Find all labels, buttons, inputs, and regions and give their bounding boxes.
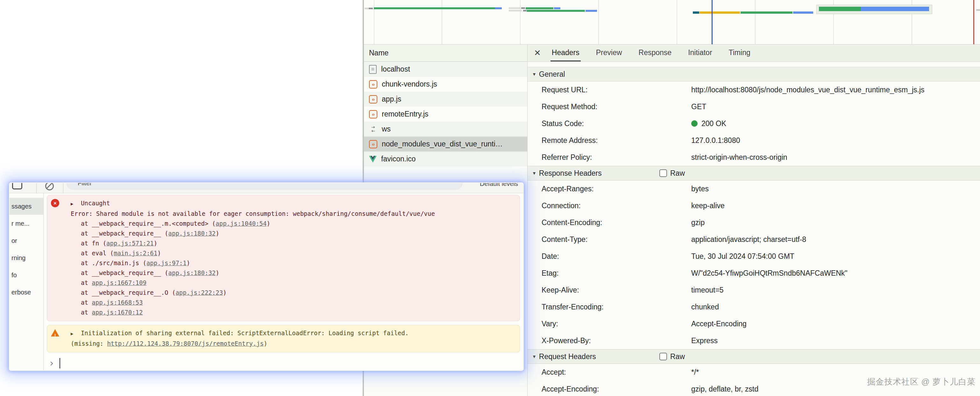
tab-response[interactable]: Response: [637, 45, 673, 62]
waterfall-bar: [526, 7, 554, 9]
table-row[interactable]: app.js: [364, 92, 527, 107]
stack-text: at __webpack_require__ (: [81, 230, 169, 237]
waterfall-bar: [521, 7, 525, 9]
script-icon: [369, 110, 377, 118]
table-row[interactable]: ws: [364, 122, 527, 137]
waterfall-bar: [509, 7, 520, 9]
stack-frame: at __webpack_require__ (app.js:180:32): [47, 268, 514, 278]
header-row: Vary:Accept-Encoding: [528, 315, 980, 332]
header-name: Status Code:: [542, 119, 691, 128]
console-sidebar-item[interactable]: fo: [10, 266, 43, 284]
console-messages: ▶ Uncaught Error: Shared module is not a…: [44, 193, 523, 370]
detail-tabs: HeadersPreviewResponseInitiatorTiming: [550, 45, 766, 62]
missing-script-link[interactable]: http://112.124.38.79:8070/js/remoteEntry…: [107, 340, 264, 347]
log-levels-dropdown[interactable]: Default levels: [480, 183, 518, 188]
tab-timing[interactable]: Timing: [727, 45, 752, 62]
headers-detail: ▼GeneralRequest URL:http://localhost:808…: [528, 62, 980, 396]
console-sidebar-item[interactable]: r me...: [10, 215, 43, 232]
section-title: Request Headers: [539, 352, 596, 361]
error-message-text: Error: Shared module is not available fo…: [47, 209, 514, 219]
close-icon[interactable]: ✕: [534, 48, 541, 58]
detail-tabbar: ✕ HeadersPreviewResponseInitiatorTiming: [528, 45, 980, 62]
stack-text: at __webpack_require__ (: [81, 269, 169, 276]
tab-preview[interactable]: Preview: [595, 45, 624, 62]
name-column-header[interactable]: Name: [364, 45, 527, 62]
source-link[interactable]: app.js:1668:53: [92, 299, 143, 306]
console-toolbar: Filter Default levels: [10, 183, 523, 193]
console-sidebar-item[interactable]: erbose: [10, 284, 43, 301]
header-name: Request URL:: [542, 86, 691, 94]
header-name: Content-Encoding:: [542, 218, 691, 227]
stack-frame: at __webpack_require__.m.<computed> (app…: [47, 219, 514, 229]
console-sidebar-item[interactable]: ssages: [10, 198, 43, 215]
stack-frame: at app.js:1670:12: [47, 307, 514, 317]
console-error-message: ▶ Uncaught Error: Shared module is not a…: [47, 195, 520, 321]
header-row: Request URL:http://localhost:8080/js/nod…: [528, 81, 980, 99]
stack-text: ): [216, 230, 219, 237]
console-prompt[interactable]: ›: [49, 357, 523, 370]
tab-initiator[interactable]: Initiator: [687, 45, 713, 62]
stack-text: at __webpack_require__.m.<computed> (: [81, 220, 216, 227]
waterfall-bar: [369, 8, 373, 9]
table-row[interactable]: node_modules_vue_dist_vue_runti…: [364, 137, 527, 151]
stack-text: ): [223, 289, 226, 296]
console-sidebar-item[interactable]: rning: [10, 249, 43, 266]
header-row: Transfer-Encoding:chunked: [528, 299, 980, 315]
error-stack: at __webpack_require__.m.<computed> (app…: [47, 219, 514, 317]
warning-icon: [51, 329, 59, 337]
source-link[interactable]: app.js:180:32: [169, 269, 216, 276]
section-title: General: [539, 70, 565, 79]
table-row[interactable]: localhost: [364, 62, 527, 77]
console-sidebar: ssagesr me...orrningfoerbose: [10, 193, 44, 370]
header-value: bytes: [691, 184, 974, 193]
source-link[interactable]: app.js:1667:109: [92, 279, 146, 286]
waterfall-bar: [793, 11, 813, 14]
section-header-general[interactable]: ▼General: [528, 67, 980, 81]
raw-checkbox[interactable]: [659, 353, 667, 360]
stack-frame: at app.js:1667:109: [47, 278, 514, 288]
clear-console-icon[interactable]: [45, 183, 54, 190]
expand-caret-icon[interactable]: ▶: [71, 201, 73, 206]
header-value: http://localhost:8080/js/node_modules_vu…: [691, 86, 974, 94]
source-link[interactable]: app.js:1670:12: [92, 309, 143, 316]
stack-frame: at eval (main.js:2:61): [47, 248, 514, 258]
request-rows: localhostchunk-vendors.jsapp.jsremoteEnt…: [364, 62, 527, 167]
table-row[interactable]: chunk-vendors.js: [364, 77, 527, 92]
header-row: Connection:keep-alive: [528, 197, 980, 214]
waterfall-bar: [554, 7, 560, 9]
document-icon: [369, 65, 377, 74]
script-icon: [369, 95, 377, 103]
waterfall-bar: [741, 11, 792, 14]
section-title: Response Headers: [539, 169, 602, 178]
section-header-response-headers[interactable]: ▼Response HeadersRaw: [528, 166, 980, 180]
waterfall-bar: [700, 11, 740, 14]
header-row: Referrer Policy:strict-origin-when-cross…: [528, 149, 980, 166]
tab-headers[interactable]: Headers: [550, 45, 581, 62]
header-name: Accept-Ranges:: [542, 184, 691, 193]
source-link[interactable]: app.js:222:23: [175, 289, 223, 296]
waterfall-bar: [364, 8, 368, 9]
header-name: Connection:: [542, 202, 691, 210]
header-name: Request Method:: [542, 102, 691, 111]
table-row[interactable]: favicon.ico: [364, 151, 527, 167]
stack-frame: at __webpack_require__.O (app.js:222:23): [47, 288, 514, 297]
header-row: Content-Type:application/javascript; cha…: [528, 231, 980, 248]
error-icon: [51, 199, 59, 207]
console-filter-input[interactable]: Filter: [66, 183, 463, 190]
raw-toggle: Raw: [659, 169, 685, 178]
caret-down-icon: ▼: [532, 354, 536, 359]
source-link[interactable]: app.js:571:21: [107, 240, 154, 247]
section-header-request-headers[interactable]: ▼Request HeadersRaw: [528, 349, 980, 364]
header-row: Etag:W/"d2c54-YfiwpGoiHQtRmSndb6NAFCaWEN…: [528, 265, 980, 282]
source-link[interactable]: app.js:1040:54: [216, 220, 266, 227]
source-link[interactable]: main.js:2:61: [114, 250, 157, 256]
header-name: Accept:: [542, 368, 691, 377]
raw-checkbox[interactable]: [659, 169, 667, 177]
source-link[interactable]: app.js:97:1: [146, 259, 186, 266]
source-link[interactable]: app.js:180:32: [169, 230, 216, 237]
expand-caret-icon[interactable]: ▶: [71, 331, 73, 336]
table-row[interactable]: remoteEntry.js: [364, 107, 527, 122]
console-sidebar-item[interactable]: or: [10, 232, 43, 249]
header-name: Keep-Alive:: [542, 286, 691, 294]
stack-text: ): [154, 240, 157, 247]
